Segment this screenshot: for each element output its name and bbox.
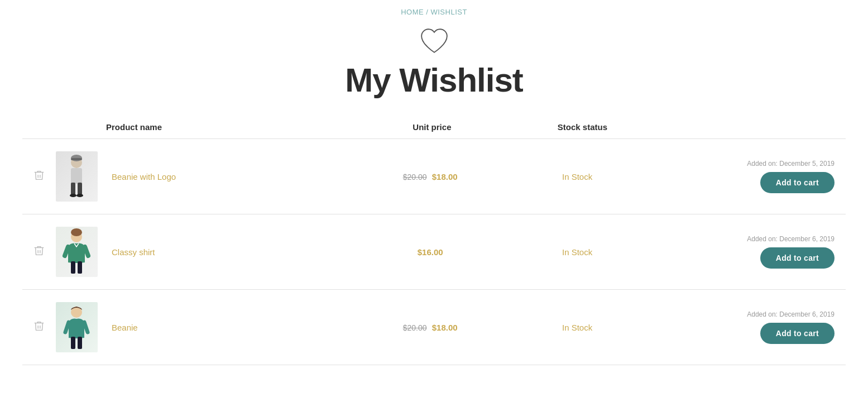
stock-status-3: In Stock — [503, 323, 650, 332]
table-row: Beanie $20.00 $18.00 In Stock Added on: … — [22, 290, 846, 365]
product-image-cell-3 — [56, 302, 106, 352]
product-image-cell-2 — [56, 227, 106, 277]
breadcrumb-home[interactable]: HOME — [401, 8, 424, 16]
added-date-3: Added on: December 6, 2019 — [651, 310, 835, 318]
table-header: Product name Unit price Stock status — [22, 116, 846, 139]
product-name-3[interactable]: Beanie — [112, 323, 357, 332]
svg-point-7 — [76, 194, 83, 197]
added-date-2: Added on: December 6, 2019 — [651, 235, 835, 243]
product-name-2[interactable]: Classy shirt — [112, 247, 357, 257]
product-thumbnail-1 — [56, 151, 98, 202]
breadcrumb: HOME / WISHLIST — [0, 0, 868, 22]
action-cell-2: Added on: December 6, 2019 Add to cart — [651, 235, 846, 269]
table-row: Classy shirt $16.00 In Stock Added on: D… — [22, 214, 846, 290]
add-to-cart-button-3[interactable]: Add to cart — [760, 323, 835, 344]
page-wrapper: HOME / WISHLIST My Wishlist Product name… — [0, 0, 868, 416]
sale-price-1: $18.00 — [432, 172, 458, 181]
svg-rect-3 — [71, 168, 82, 184]
action-cell-3: Added on: December 6, 2019 Add to cart — [651, 310, 846, 344]
remove-cell-3 — [22, 320, 56, 335]
page-title: My Wishlist — [0, 62, 868, 99]
heart-icon — [419, 27, 449, 58]
svg-rect-2 — [71, 158, 82, 160]
product-name-1[interactable]: Beanie with Logo — [112, 172, 357, 181]
product-price-3: $20.00 $18.00 — [357, 323, 503, 332]
product-thumbnail-3 — [56, 302, 98, 352]
svg-rect-10 — [71, 261, 75, 274]
stock-status-1: In Stock — [503, 172, 650, 181]
col-name-header: Product name — [106, 122, 357, 132]
svg-rect-13 — [71, 337, 75, 349]
table-row: Beanie with Logo $20.00 $18.00 In Stock … — [22, 139, 846, 214]
action-cell-1: Added on: December 5, 2019 Add to cart — [651, 160, 846, 193]
remove-cell-2 — [22, 245, 56, 260]
remove-button-2[interactable] — [33, 245, 45, 260]
remove-button-1[interactable] — [33, 169, 45, 184]
added-date-1: Added on: December 5, 2019 — [651, 160, 835, 168]
add-to-cart-button-1[interactable]: Add to cart — [760, 172, 835, 193]
add-to-cart-button-2[interactable]: Add to cart — [760, 247, 835, 269]
breadcrumb-separator: / — [424, 8, 430, 16]
original-price-1: $20.00 — [403, 173, 427, 181]
product-image-cell-1 — [56, 151, 106, 202]
regular-price-2: $16.00 — [418, 247, 443, 257]
stock-status-2: In Stock — [503, 247, 650, 257]
product-price-1: $20.00 $18.00 — [357, 172, 503, 181]
page-header: My Wishlist — [0, 22, 868, 116]
sale-price-3: $18.00 — [432, 323, 458, 332]
breadcrumb-current: WISHLIST — [430, 8, 467, 16]
svg-rect-4 — [71, 183, 75, 195]
svg-rect-11 — [78, 261, 82, 274]
svg-rect-5 — [78, 183, 82, 195]
original-price-3: $20.00 — [403, 323, 427, 332]
col-price-header: Unit price — [357, 122, 507, 132]
product-thumbnail-2 — [56, 227, 98, 277]
svg-rect-14 — [78, 337, 82, 349]
svg-point-6 — [70, 194, 76, 197]
product-price-2: $16.00 — [357, 247, 503, 257]
col-stock-header: Stock status — [507, 122, 658, 132]
svg-point-9 — [71, 228, 82, 236]
remove-button-3[interactable] — [33, 320, 45, 335]
remove-cell-1 — [22, 169, 56, 184]
